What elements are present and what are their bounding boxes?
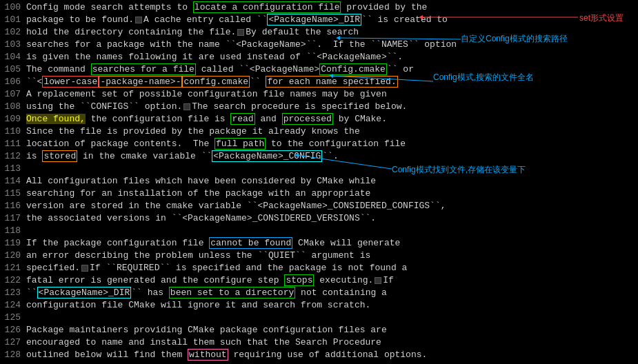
code-line: 124configuration file CMake will ignore … xyxy=(0,299,638,312)
line-text: Package maintainers providing CMake pack… xyxy=(26,324,638,336)
code-line: 105The command searches for a file calle… xyxy=(0,63,638,76)
bullet-dot xyxy=(183,103,190,110)
line-text: is given the names following it are used… xyxy=(26,51,638,63)
highlighted-text: for each name specified. xyxy=(266,76,397,88)
highlighted-text: lower-case xyxy=(42,76,99,88)
line-text: Since the file is provided by the packag… xyxy=(26,125,638,138)
line-text: location of package contents. The full p… xyxy=(26,138,638,150)
line-text: ``<PackageName>_DIR`` has been set to a … xyxy=(26,287,638,299)
line-number: 101 xyxy=(0,14,26,26)
line-text: searching for an installation of the pac… xyxy=(26,188,638,200)
code-line: 120an error describing the problem unles… xyxy=(0,250,638,262)
code-line: 122fatal error is generated and the conf… xyxy=(0,274,638,287)
line-number: 104 xyxy=(0,51,26,63)
line-number: 116 xyxy=(0,200,26,212)
line-number: 105 xyxy=(0,63,26,76)
line-number: 126 xyxy=(0,324,26,336)
line-text: configuration file CMake will ignore it … xyxy=(26,299,638,312)
line-number: 113 xyxy=(0,163,26,175)
highlighted-text: config.cmake xyxy=(182,76,250,88)
code-line: 113 xyxy=(0,163,638,175)
line-number: 118 xyxy=(0,225,26,237)
line-number: 103 xyxy=(0,39,26,51)
line-text: an error describing the problem unless t… xyxy=(26,250,638,262)
code-line: 119If the package configuration file can… xyxy=(0,237,638,250)
line-number: 121 xyxy=(0,262,26,274)
code-line: 128outlined below will find them without… xyxy=(0,349,638,361)
code-line: 117the associated versions in ``<Package… xyxy=(0,212,638,225)
line-number: 122 xyxy=(0,274,26,287)
line-text: using the ``CONFIGS`` option.The search … xyxy=(26,101,638,113)
highlighted-text: been set to a directory xyxy=(169,287,295,299)
highlighted-text: without xyxy=(188,349,228,361)
line-text: the associated versions in ``<PackageNam… xyxy=(26,212,638,225)
line-number: 127 xyxy=(0,336,26,349)
line-text: outlined below will find them without re… xyxy=(26,349,638,361)
line-text: All configuration files which have been … xyxy=(26,175,638,188)
line-text: A replacement set of possible configurat… xyxy=(26,88,638,101)
code-line: 127encouraged to name and install them s… xyxy=(0,336,638,349)
code-line: 116version are stored in the cmake varia… xyxy=(0,200,638,212)
highlighted-text: Once found, xyxy=(26,114,86,124)
highlighted-text: Config.cmake xyxy=(319,63,387,75)
code-line: 115searching for an installation of the … xyxy=(0,188,638,200)
bullet-dot xyxy=(135,17,142,23)
line-number: 109 xyxy=(0,113,26,125)
line-number: 128 xyxy=(0,349,26,361)
line-text: is stored in the cmake variable ``<Packa… xyxy=(26,150,638,163)
code-line: 111location of package contents. The ful… xyxy=(0,138,638,150)
line-number: 119 xyxy=(0,237,26,250)
line-text: version are stored in the cmake variable… xyxy=(26,200,638,212)
highlighted-text: stops xyxy=(284,274,314,286)
highlighted-text: <PackageName>_DIR xyxy=(267,14,361,26)
line-text: encouraged to name and install them such… xyxy=(26,336,638,349)
code-line: 125 xyxy=(0,312,638,324)
highlighted-text: cannot be found xyxy=(209,237,292,249)
annotation-set-format: set形式设置 xyxy=(579,12,624,24)
line-text: Config mode search attempts to locate a … xyxy=(26,1,638,14)
line-number: 107 xyxy=(0,88,26,101)
code-line: 100Config mode search attempts to locate… xyxy=(0,1,638,14)
code-line: 110Since the file is provided by the pac… xyxy=(0,125,638,138)
annotation-file-name: Config模式,搜索的文件全名 xyxy=(433,72,534,83)
line-number: 108 xyxy=(0,101,26,113)
code-line: 106``<lower-case-package-name>-config.cm… xyxy=(0,76,638,88)
line-text: The command searches for a file called `… xyxy=(26,63,638,76)
line-number: 111 xyxy=(0,138,26,150)
annotation-config-var: Config模式找到文件,存储在该变量下 xyxy=(392,164,526,176)
line-text: Once found, the configuration file is re… xyxy=(26,113,638,125)
bullet-dot xyxy=(375,277,381,284)
line-number: 100 xyxy=(0,1,26,14)
line-number: 110 xyxy=(0,125,26,138)
highlighted-text: full path xyxy=(215,138,266,150)
code-line: 109Once found, the configuration file is… xyxy=(0,113,638,125)
line-text: specified.If ``REQUIRED`` is specified a… xyxy=(26,262,638,274)
code-line: 118 xyxy=(0,225,638,237)
code-view: 100Config mode search attempts to locate… xyxy=(0,0,638,364)
code-line: 114All configuration files which have be… xyxy=(0,175,638,188)
bullet-dot xyxy=(237,29,244,36)
line-text: package to be found.A cache entry called… xyxy=(26,14,638,26)
highlighted-text: <PackageName>_DIR xyxy=(37,287,132,299)
highlighted-text: read xyxy=(230,113,255,125)
line-number: 125 xyxy=(0,312,26,324)
code-line: 121specified.If ``REQUIRED`` is specifie… xyxy=(0,262,638,274)
line-number: 106 xyxy=(0,76,26,88)
line-number: 114 xyxy=(0,175,26,188)
bullet-dot xyxy=(81,265,88,272)
line-number: 115 xyxy=(0,188,26,200)
highlighted-text: stored xyxy=(42,150,77,162)
line-number: 120 xyxy=(0,250,26,262)
code-line: 126Package maintainers providing CMake p… xyxy=(0,324,638,336)
line-number: 124 xyxy=(0,299,26,312)
highlighted-text: processed xyxy=(282,113,333,125)
highlighted-text: searches for a file xyxy=(91,63,196,75)
line-number: 112 xyxy=(0,150,26,163)
highlighted-text: <PackageName>_CONFIG xyxy=(212,150,322,162)
annotation-search-path: 自定义Config模式的搜索路径 xyxy=(461,33,568,45)
code-line: 101package to be found.A cache entry cal… xyxy=(0,14,638,26)
line-text: fatal error is generated and the configu… xyxy=(26,274,638,287)
line-text: ``<lower-case-package-name>-config.cmake… xyxy=(26,76,638,88)
code-line: 123``<PackageName>_DIR`` has been set to… xyxy=(0,287,638,299)
line-number: 102 xyxy=(0,26,26,39)
